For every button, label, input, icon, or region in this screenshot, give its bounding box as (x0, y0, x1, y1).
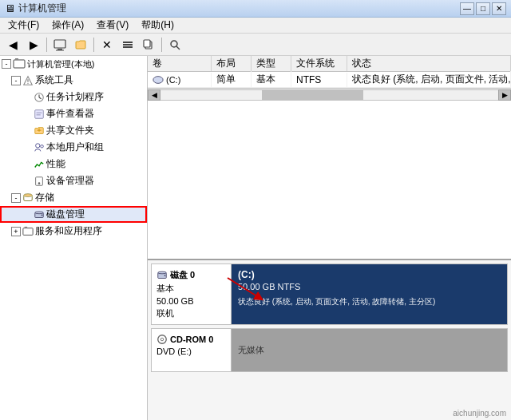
toolbar-copy-button[interactable] (139, 36, 158, 53)
disk-0-type: 基本 (156, 283, 226, 295)
title-bar-text: 计算机管理 (18, 2, 460, 15)
disk-0-name: 磁盘 0 (170, 269, 195, 281)
disk-table: 卷 布局 类型 文件系统 状态 (C:) 简单 基本 NTFS 状态良好 (系统… (148, 56, 511, 260)
svg-point-30 (35, 212, 44, 214)
sidebar-item-device-manager[interactable]: 设备管理器 (0, 172, 147, 189)
sidebar-performance-label: 性能 (46, 157, 65, 171)
h-scrollbar[interactable]: ◀ ▶ (148, 88, 511, 101)
toolbar-folder-button[interactable] (71, 36, 90, 53)
col-status: 状态 (347, 56, 511, 71)
sidebar-item-disk-management[interactable]: 磁盘管理 (0, 206, 147, 223)
expand-root[interactable]: - (2, 59, 11, 69)
svg-point-36 (158, 271, 167, 274)
disk-0-partition-c[interactable]: (C:) 50.00 GB NTFS 状态良好 (系统, 启动, 页面文件, 活… (232, 264, 507, 324)
cell-layout: 简单 (212, 71, 252, 88)
title-bar: 🖥 计算机管理 — □ ✕ (0, 0, 511, 18)
svg-point-24 (41, 145, 44, 148)
svg-point-34 (153, 76, 163, 83)
expand-storage[interactable]: - (11, 193, 21, 203)
sidebar-root-label: 计算机管理(本地) (27, 58, 94, 70)
sidebar-item-system-tools[interactable]: - 系统工具 (0, 72, 147, 89)
svg-rect-4 (123, 42, 133, 43)
sidebar: - 计算机管理(本地) - 系统工具 任务计划程序 事件查看器 共享文件夹 (0, 56, 148, 420)
toolbar-delete-button[interactable]: ✕ (97, 36, 117, 53)
svg-rect-33 (25, 226, 28, 228)
sidebar-item-event-viewer[interactable]: 事件查看器 (0, 105, 147, 122)
svg-point-8 (171, 41, 177, 47)
sidebar-disk-mgmt-label: 磁盘管理 (46, 208, 85, 221)
close-button[interactable]: ✕ (492, 2, 506, 15)
svg-point-26 (38, 182, 41, 184)
menu-action[interactable]: 操作(A) (47, 17, 89, 34)
minimize-button[interactable]: — (460, 2, 474, 15)
app-icon: 🖥 (5, 2, 15, 14)
disk-0-info: 磁盘 0 基本 50.00 GB 联机 (152, 264, 232, 324)
svg-rect-10 (14, 60, 25, 68)
svg-rect-2 (56, 50, 64, 50)
sidebar-local-users-label: 本地用户和组 (46, 141, 104, 154)
svg-point-14 (27, 82, 28, 83)
svg-rect-3 (123, 44, 133, 46)
sidebar-device-mgr-label: 设备管理器 (46, 174, 94, 188)
svg-line-9 (176, 46, 180, 50)
sidebar-item-local-users[interactable]: 本地用户和组 (0, 139, 147, 156)
svg-point-28 (24, 193, 33, 196)
svg-rect-1 (57, 49, 62, 50)
toolbar-forward-button[interactable]: ▶ (24, 36, 43, 53)
svg-rect-32 (23, 228, 33, 235)
sidebar-storage-label: 存储 (35, 191, 54, 204)
svg-line-17 (39, 97, 42, 99)
svg-line-39 (228, 278, 259, 298)
menu-file[interactable]: 文件(F) (3, 17, 44, 34)
disk-0-size: 50.00 GB (156, 296, 226, 306)
cell-volume: (C:) (148, 73, 212, 87)
sidebar-item-label: 系统工具 (35, 73, 73, 87)
disk-graphical-view: 磁盘 0 基本 50.00 GB 联机 (C:) 50.00 GB NTFS 状… (148, 260, 511, 420)
svg-point-31 (42, 214, 43, 216)
toolbar-search-button[interactable] (165, 36, 184, 53)
arrow-annotation (224, 274, 271, 308)
content-area: 卷 布局 类型 文件系统 状态 (C:) 简单 基本 NTFS 状态良好 (系统… (148, 56, 511, 420)
cdrom-0-info: CD-ROM 0 DVD (E:) (152, 329, 232, 371)
svg-rect-11 (15, 58, 18, 60)
toolbar: ◀ ▶ ✕ (0, 34, 511, 56)
toolbar-separator-3 (161, 38, 162, 52)
cdrom-0-partition: 无媒体 (232, 329, 507, 371)
sidebar-item-root[interactable]: - 计算机管理(本地) (0, 56, 147, 72)
sidebar-item-storage[interactable]: - 存储 (0, 189, 147, 206)
toolbar-separator-1 (46, 38, 47, 52)
cdrom-0-type: DVD (E:) (156, 347, 226, 356)
toolbar-back-button[interactable]: ◀ (3, 36, 22, 53)
cdrom-0-label: 无媒体 (238, 344, 264, 356)
expand-system-tools[interactable]: - (11, 76, 21, 85)
sidebar-item-task-scheduler[interactable]: 任务计划程序 (0, 89, 147, 105)
sidebar-services-label: 服务和应用程序 (35, 224, 102, 238)
col-layout: 布局 (212, 56, 252, 71)
cdrom-0-row: CD-ROM 0 DVD (E:) 无媒体 (151, 328, 508, 372)
toolbar-computer-button[interactable] (50, 36, 69, 53)
menu-bar: 文件(F) 操作(A) 查看(V) 帮助(H) (0, 18, 511, 34)
svg-rect-5 (123, 46, 133, 48)
menu-help[interactable]: 帮助(H) (137, 17, 179, 34)
cell-type: 基本 (252, 71, 291, 88)
table-header: 卷 布局 类型 文件系统 状态 (148, 56, 511, 72)
svg-rect-18 (35, 109, 44, 118)
partition-c-label: (C:) (238, 269, 501, 280)
col-type: 类型 (252, 56, 291, 71)
sidebar-item-services[interactable]: + 服务和应用程序 (0, 223, 147, 240)
maximize-button[interactable]: □ (476, 2, 490, 15)
svg-point-23 (36, 143, 40, 147)
col-filesystem: 文件系统 (291, 56, 347, 71)
table-row[interactable]: (C:) 简单 基本 NTFS 状态良好 (系统, 启动, 页面文件, 活动, … (148, 72, 511, 88)
sidebar-item-shared-folders[interactable]: 共享文件夹 (0, 122, 147, 139)
toolbar-separator-2 (93, 38, 94, 52)
cdrom-0-name: CD-ROM 0 (170, 335, 213, 344)
cell-filesystem: NTFS (291, 73, 347, 87)
expand-services[interactable]: + (11, 227, 21, 236)
sidebar-task-label: 任务计划程序 (46, 90, 104, 104)
sidebar-item-performance[interactable]: 性能 (0, 156, 147, 172)
svg-point-41 (160, 338, 164, 341)
toolbar-properties-button[interactable] (118, 36, 137, 53)
sidebar-event-label: 事件查看器 (46, 107, 94, 121)
menu-view[interactable]: 查看(V) (92, 17, 133, 34)
